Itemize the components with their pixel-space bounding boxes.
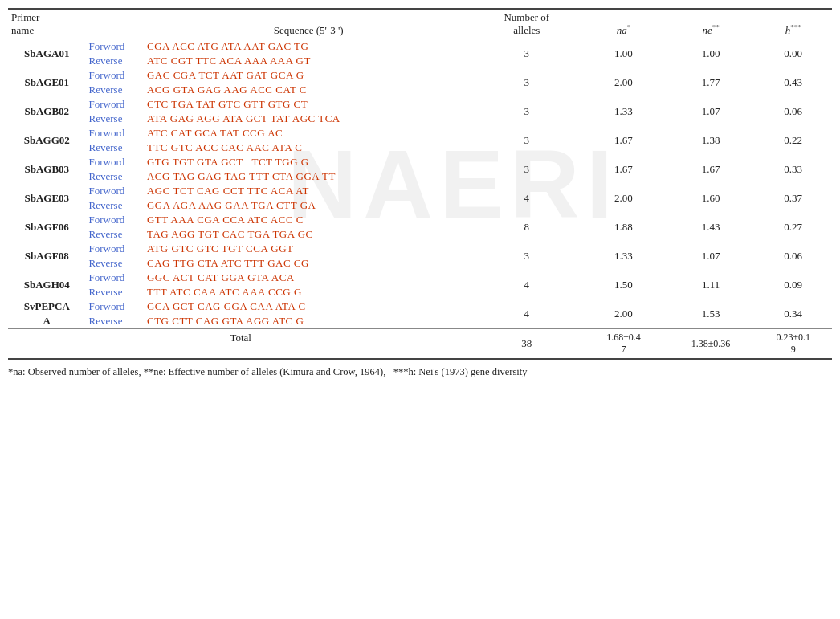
total-na: 1.68±0.47 [580,329,667,359]
alleles-sbagh04: 4 [473,271,580,299]
alleles-sbagb03: 3 [473,155,580,184]
ne-sbagf06: 1.43 [667,213,755,242]
table-row: SbAGB02 Forword CTC TGA TAT GTC GTT GTG … [8,97,832,112]
primer-svpepcaa-line2: A [8,314,86,329]
h-sbagf08: 0.06 [754,242,832,271]
dir-reverse: Reverse [86,285,144,299]
ne-sbagh04: 1.11 [667,271,755,299]
table-row: SbAGA01 Forword CGA ACC ATG ATA AAT GAC … [8,39,832,55]
table-row: SbAGF08 Forword ATG GTC GTC TGT CCA GGT … [8,242,832,256]
primer-sbaga01: SbAGA01 [8,39,86,69]
dir-reverse: Reverse [86,112,144,126]
na-sbagg02: 1.67 [580,126,667,155]
ne-sbagg02: 1.38 [667,126,755,155]
h-sbage01: 0.43 [754,68,832,97]
na-svpepcaa: 2.00 [580,299,667,329]
primer-sbage01: SbAGE01 [8,68,86,97]
dir-reverse: Reverse [86,83,144,97]
primer-sbagg02: SbAGG02 [8,126,86,155]
seq-6a: AGC TCT CAG CCT TTC ACA AT [144,184,473,198]
dir-reverse: Reverse [86,198,144,213]
header-direction [86,10,144,39]
header-primer-name: Primername [8,10,86,39]
footnote: *na: Observed number of alleles, **ne: E… [8,364,832,380]
h-sbagf06: 0.27 [754,213,832,242]
seq-10b: CTG CTT CAG GTA AGG ATC G [144,314,473,329]
alleles-sbagf06: 8 [473,213,580,242]
header-na: na* [580,10,667,39]
dir-forword: Forword [86,39,144,55]
table-row: SvPEPCA Forword GCA GCT CAG GGA CAA ATA … [8,299,832,314]
total-label: Total [8,329,473,359]
table-row: SbAGE03 Forword AGC TCT CAG CCT TTC ACA … [8,184,832,198]
h-sbage03: 0.37 [754,184,832,213]
seq-8a: ATG GTC GTC TGT CCA GGT [144,242,473,256]
h-sbagh04: 0.09 [754,271,832,299]
table-row: SbAGF06 Forword GTT AAA CGA CCA ATC ACC … [8,213,832,227]
table-header: Primername Sequence (5'-3 ') Number ofal… [8,10,832,39]
h-sbagb03: 0.33 [754,155,832,184]
h-sbagg02: 0.22 [754,126,832,155]
seq-3b: ATA GAG AGG ATA GCT TAT AGC TCA [144,112,473,126]
ne-sbagf08: 1.07 [667,242,755,271]
seq-8b: CAG TTG CTA ATC TTT GAC CG [144,256,473,271]
h-svpepcaa: 0.34 [754,299,832,329]
seq-5a: GTG TGT GTA GCT TCT TGG G [144,155,473,169]
na-sbagb03: 1.67 [580,155,667,184]
dir-forword: Forword [86,242,144,256]
primer-sbagh04: SbAGH04 [8,271,86,299]
seq-3a: CTC TGA TAT GTC GTT GTG CT [144,97,473,112]
alleles-sbaga01: 3 [473,39,580,69]
alleles-sbagb02: 3 [473,97,580,126]
primer-sbagb03: SbAGB03 [8,155,86,184]
table-row: SbAGE01 Forword GAC CGA TCT AAT GAT GCA … [8,68,832,83]
na-sbage03: 2.00 [580,184,667,213]
primer-sbagb02: SbAGB02 [8,97,86,126]
ne-svpepcaa: 1.53 [667,299,755,329]
header-ne: ne** [667,10,755,39]
alleles-sbage03: 4 [473,184,580,213]
table-row: SbAGB03 Forword GTG TGT GTA GCT TCT TGG … [8,155,832,169]
seq-4a: ATC CAT GCA TAT CCG AC [144,126,473,140]
primer-sbage03: SbAGE03 [8,184,86,213]
total-alleles: 38 [473,329,580,359]
primer-sbagf08: SbAGF08 [8,242,86,271]
primer-svpepcaa-line1: SvPEPCA [8,299,86,314]
seq-10a: GCA GCT CAG GGA CAA ATA C [144,299,473,314]
na-sbaga01: 1.00 [580,39,667,69]
ne-sbage03: 1.60 [667,184,755,213]
seq-2a: GAC CGA TCT AAT GAT GCA G [144,68,473,83]
na-sbagf06: 1.88 [580,213,667,242]
seq-7b: TAG AGG TGT CAC TGA TGA GC [144,227,473,242]
total-h: 0.23±0.19 [754,329,832,359]
alleles-sbagf08: 3 [473,242,580,271]
seq-6b: GGA AGA AAG GAA TGA CTT GA [144,198,473,213]
dir-forword: Forword [86,97,144,112]
total-row: Total 38 1.68±0.47 1.38±0.36 0.23±0.19 [8,329,832,359]
ne-sbagb02: 1.07 [667,97,755,126]
header-alleles: Number ofalleles [473,10,580,39]
seq-5b: ACG TAG GAG TAG TTT CTA GGA TT [144,169,473,184]
ne-sbagb03: 1.67 [667,155,755,184]
na-sbage01: 2.00 [580,68,667,97]
alleles-sbagg02: 3 [473,126,580,155]
seq-2b: ACG GTA GAG AAG ACC CAT C [144,83,473,97]
seq-1a: CGA ACC ATG ATA AAT GAC TG [144,39,473,55]
na-sbagf08: 1.33 [580,242,667,271]
dir-reverse: Reverse [86,140,144,155]
seq-9b: TTT ATC CAA ATC AAA CCG G [144,285,473,299]
dir-reverse: Reverse [86,54,144,68]
table-row: SbAGG02 Forword ATC CAT GCA TAT CCG AC 3… [8,126,832,140]
ne-sbaga01: 1.00 [667,39,755,69]
dir-forword: Forword [86,271,144,285]
seq-9a: GGC ACT CAT GGA GTA ACA [144,271,473,285]
table-row: SbAGH04 Forword GGC ACT CAT GGA GTA ACA … [8,271,832,285]
seq-4b: TTC GTC ACC CAC AAC ATA C [144,140,473,155]
h-sbagb02: 0.06 [754,97,832,126]
header-h: h*** [754,10,832,39]
primer-sbagf06: SbAGF06 [8,213,86,242]
na-sbagb02: 1.33 [580,97,667,126]
alleles-sbage01: 3 [473,68,580,97]
h-sbaga01: 0.00 [754,39,832,69]
alleles-svpepcaa: 4 [473,299,580,329]
